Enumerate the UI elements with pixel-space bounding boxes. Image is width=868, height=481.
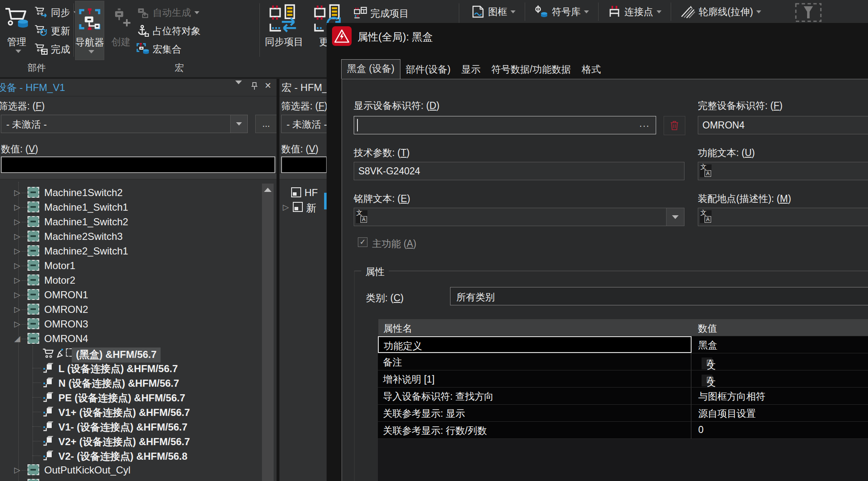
collapsed-icon[interactable]: ▷: [14, 246, 20, 256]
update-button[interactable]: 更新: [34, 23, 70, 39]
main-function-checkbox[interactable]: ✓: [358, 237, 367, 247]
text-caret: [357, 119, 358, 131]
expanded-icon[interactable]: ◢: [14, 334, 20, 343]
tree-item[interactable]: HF: [279, 186, 327, 200]
tool-frame-button[interactable]: 图框: [471, 5, 516, 18]
filter-combobox[interactable]: - 未激活 -: [281, 115, 327, 133]
collapsed-icon[interactable]: ▷: [14, 319, 20, 329]
tree-item[interactable]: V2- (设备连接点) &HFM/56.8: [0, 448, 277, 463]
tree-item[interactable]: ▷Machine2_Switch1: [0, 244, 277, 259]
macro-panel-titlebar[interactable]: 宏 - HFM_: [279, 77, 327, 96]
tool-symbol-lib-button[interactable]: 符号库: [534, 5, 589, 19]
table-row[interactable]: 增补说明 [1] 文A: [378, 370, 868, 388]
collapsed-icon[interactable]: ▷: [14, 275, 20, 285]
collapsed-icon[interactable]: ▷: [14, 290, 20, 300]
navigator-button[interactable]: 导航器: [75, 1, 104, 60]
tree-item[interactable]: ▷OMRON2: [0, 302, 277, 317]
placeholder-object-button[interactable]: 占位符对象: [136, 23, 201, 39]
tool-contour-button[interactable]: 轮廓线(拉伸): [680, 5, 761, 18]
tool-label: 符号库: [552, 5, 581, 18]
sync-button[interactable]: 同步: [34, 4, 78, 21]
tree-item[interactable]: ▷Motor1: [0, 259, 277, 273]
scroll-up-button[interactable]: [262, 184, 274, 196]
tree-item[interactable]: ▷Machine2Switch3: [0, 229, 277, 244]
tree-item[interactable]: V1+ (设备连接点) &HFM/56.7: [0, 405, 277, 419]
category-combobox[interactable]: 所有类别: [450, 287, 868, 305]
tree-item[interactable]: ▷新: [279, 200, 327, 215]
tab-1[interactable]: 部件(设备): [400, 60, 456, 79]
tree-guide-stub: [22, 280, 27, 281]
collapsed-icon[interactable]: ▷: [14, 232, 20, 241]
tree-item[interactable]: N (设备连接点) &HFM/56.7: [0, 375, 277, 390]
value-input[interactable]: [1, 156, 275, 173]
tree-item[interactable]: V2+ (设备连接点) &HFM/56.7: [0, 434, 277, 448]
tree-item[interactable]: (黑盒) &HFM/56.7: [0, 346, 277, 361]
tree-item[interactable]: ▷OMRON1: [0, 288, 277, 302]
complete-project-button[interactable]: 完成项目: [354, 5, 409, 22]
manage-button[interactable]: 管理: [3, 1, 31, 59]
table-row[interactable]: 功能定义 黑盒: [378, 336, 868, 353]
tree-item[interactable]: L (设备连接点) &HFM/56.7: [0, 361, 277, 375]
filter-combobox[interactable]: - 未激活 -: [1, 115, 248, 133]
tab-2[interactable]: 显示: [456, 60, 486, 79]
table-row[interactable]: 导入设备标识符: 查找方向 与图框方向相符: [378, 388, 868, 405]
collapsed-icon[interactable]: ▷: [14, 188, 20, 197]
tab-4[interactable]: 格式: [576, 60, 606, 79]
browse-hint[interactable]: ...: [639, 118, 650, 129]
collapsed-icon[interactable]: ▷: [14, 217, 20, 227]
column-header-name[interactable]: 属性名: [383, 322, 412, 335]
table-row[interactable]: 关联参考显示: 行数/列数 0: [378, 422, 868, 439]
finish-button[interactable]: 完成: [34, 41, 70, 58]
value-input[interactable]: [281, 156, 327, 173]
combo-arrow-icon[interactable]: [666, 208, 684, 226]
tree-item[interactable]: ▷Machine1Switch2: [0, 186, 277, 200]
function-text-input[interactable]: 文A: [698, 162, 868, 180]
collapsed-icon[interactable]: ▷: [283, 202, 289, 212]
autogenerate-button[interactable]: 自动生成: [136, 4, 199, 21]
update-label: 更新: [51, 25, 70, 38]
device-icon: [28, 274, 39, 285]
table-row[interactable]: 备注 文A: [378, 353, 868, 370]
engraving-text-combobox[interactable]: 文A: [354, 208, 684, 226]
mounting-location-input[interactable]: 文A: [698, 208, 868, 226]
device-panel-titlebar[interactable]: 设备 - HFM_V1 ✕: [0, 77, 277, 96]
tree-item[interactable]: ▷OutPutKickOut_Cyl: [0, 463, 277, 478]
vertical-scrollbar[interactable]: [262, 184, 274, 481]
collapsed-icon[interactable]: ▷: [14, 202, 20, 212]
multilanguage-icon[interactable]: 文A: [700, 210, 712, 223]
tree-item[interactable]: ▷OutPutTransferGripper1_Cyl: [0, 478, 277, 481]
create-button[interactable]: 创建: [107, 1, 135, 59]
collapsed-icon[interactable]: ▷: [14, 465, 20, 475]
combo-arrow-icon[interactable]: [230, 115, 247, 133]
pin-icon[interactable]: [250, 82, 259, 93]
tree-item[interactable]: ▷Machine1_Switch1: [0, 200, 277, 215]
funnel-tool-icon[interactable]: [795, 3, 822, 24]
full-designation-input[interactable]: OMRON4: [698, 116, 868, 134]
tree-item[interactable]: ◢OMRON4: [0, 332, 277, 346]
tree-item[interactable]: PE (设备连接点) &HFM/56.7: [0, 390, 277, 405]
tree-item[interactable]: ▷OMRON3: [0, 317, 277, 332]
technical-characteristics-input[interactable]: S8VK-G24024: [354, 162, 684, 180]
collapsed-icon[interactable]: ▷: [14, 261, 20, 270]
filter-browse-button[interactable]: ...: [255, 115, 277, 133]
tree-guide-stub: [33, 456, 41, 456]
close-icon[interactable]: ✕: [264, 81, 272, 91]
tree-item[interactable]: V1- (设备连接点) &HFM/56.7: [0, 419, 277, 434]
collapsed-icon[interactable]: ▷: [14, 305, 20, 314]
macro-collection-button[interactable]: 宏集合: [136, 41, 181, 58]
table-row[interactable]: 关联参考显示: 显示 源自项目设置: [378, 405, 868, 422]
display-designation-input[interactable]: ...: [354, 116, 656, 134]
tab-0[interactable]: 黑盒 (设备): [341, 59, 400, 79]
panel-menu-icon[interactable]: [235, 84, 242, 92]
multilanguage-icon[interactable]: 文A: [700, 164, 712, 177]
sync-project-button[interactable]: 同步项目: [262, 1, 306, 59]
tree-item[interactable]: ▷Motor2: [0, 273, 277, 288]
tab-3[interactable]: 符号数据/功能数据: [486, 60, 576, 79]
column-header-value[interactable]: 数值: [698, 322, 717, 335]
multilanguage-icon[interactable]: 文A: [356, 210, 367, 223]
tool-connection-point-button[interactable]: 连接点: [608, 5, 662, 18]
tree-item[interactable]: ▷Machine1_Switch2: [0, 215, 277, 229]
delete-button[interactable]: [664, 116, 685, 135]
table-header: 属性名 数值: [378, 319, 868, 336]
tree-guide-stub: [33, 412, 41, 412]
